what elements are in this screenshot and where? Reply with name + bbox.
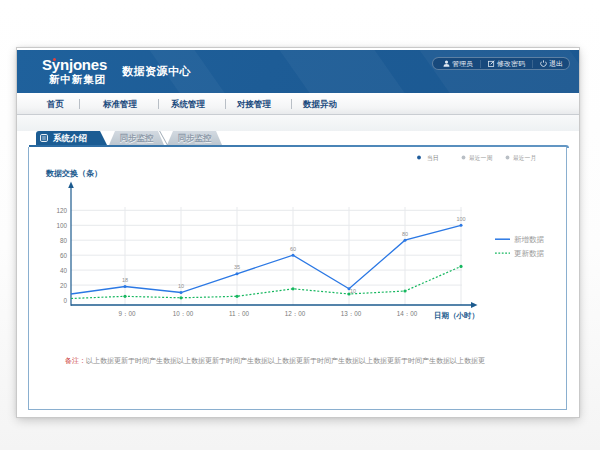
svg-text:100: 100 bbox=[56, 222, 67, 229]
svg-text:日期（小时）: 日期（小时） bbox=[434, 311, 479, 320]
svg-text:60: 60 bbox=[290, 246, 296, 252]
svg-text:120: 120 bbox=[56, 207, 67, 214]
svg-text:40: 40 bbox=[60, 267, 68, 274]
svg-text:10：00: 10：00 bbox=[173, 310, 194, 317]
svg-text:最近一周: 最近一周 bbox=[469, 155, 492, 161]
svg-text:最近一月: 最近一月 bbox=[513, 155, 536, 162]
svg-text:60: 60 bbox=[60, 252, 68, 259]
svg-text:数据交换（条）: 数据交换（条） bbox=[45, 169, 102, 178]
svg-text:80: 80 bbox=[402, 231, 408, 237]
svg-text:10: 10 bbox=[350, 288, 356, 294]
svg-text:0: 0 bbox=[63, 297, 67, 304]
svg-text:新增数据: 新增数据 bbox=[514, 235, 545, 244]
svg-text:13：00: 13：00 bbox=[341, 310, 362, 317]
svg-text:9：00: 9：00 bbox=[119, 310, 136, 317]
svg-text:14：00: 14：00 bbox=[397, 310, 418, 317]
svg-text:12：00: 12：00 bbox=[285, 310, 306, 317]
svg-text:20: 20 bbox=[60, 282, 68, 289]
svg-text:80: 80 bbox=[60, 237, 68, 244]
svg-text:10: 10 bbox=[178, 283, 184, 289]
svg-text:100: 100 bbox=[456, 216, 465, 222]
svg-text:18: 18 bbox=[122, 277, 128, 283]
svg-text:11：00: 11：00 bbox=[229, 310, 249, 317]
svg-text:更新数据: 更新数据 bbox=[514, 249, 545, 258]
svg-text:当日: 当日 bbox=[427, 155, 439, 162]
svg-text:35: 35 bbox=[234, 264, 240, 270]
